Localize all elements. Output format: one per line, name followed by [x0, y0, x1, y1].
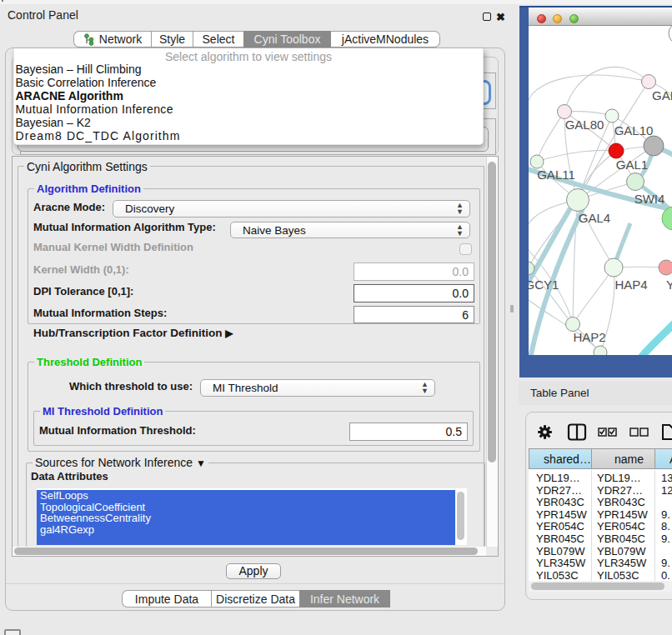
- svg-text:GAL11: GAL11: [537, 168, 575, 182]
- svg-text:GAL4: GAL4: [579, 211, 610, 225]
- svg-text:GAL7: GAL7: [652, 88, 672, 102]
- svg-text:SWI4: SWI4: [634, 192, 665, 206]
- svg-text:HAP2: HAP2: [573, 330, 605, 344]
- svg-text:GAL80: GAL80: [565, 118, 604, 132]
- svg-text:HAP4: HAP4: [614, 278, 647, 292]
- svg-text:GAL10: GAL10: [614, 123, 654, 138]
- svg-text:Y: Y: [666, 278, 672, 292]
- svg-text:GCY1: GCY1: [529, 278, 559, 292]
- svg-text:GAL1: GAL1: [616, 158, 648, 172]
